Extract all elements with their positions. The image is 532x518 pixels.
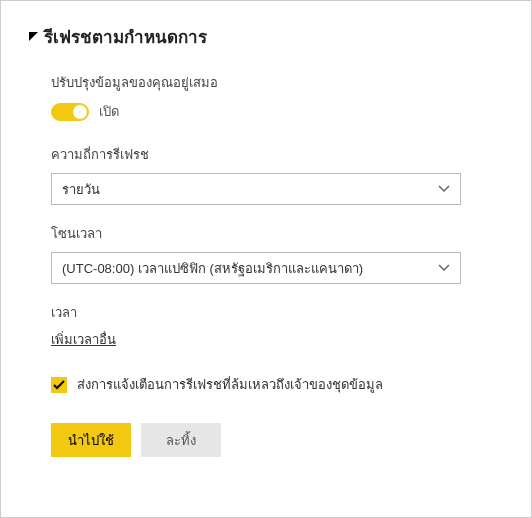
chevron-down-icon bbox=[438, 262, 450, 274]
keep-updated-label: ปรับปรุงข้อมูลของคุณอยู่เสมอ bbox=[51, 72, 503, 93]
button-row: นำไปใช้ ละทิ้ง bbox=[51, 423, 503, 457]
check-icon bbox=[53, 380, 65, 390]
notify-checkbox[interactable] bbox=[51, 377, 67, 393]
time-label: เวลา bbox=[51, 302, 503, 323]
keep-updated-row: เปิด bbox=[51, 101, 503, 122]
toggle-status: เปิด bbox=[99, 101, 119, 122]
apply-button[interactable]: นำไปใช้ bbox=[51, 423, 131, 457]
keep-updated-toggle[interactable] bbox=[51, 103, 89, 121]
chevron-down-icon bbox=[438, 183, 450, 195]
timezone-select[interactable]: (UTC-08:00) เวลาแปซิฟิก (สหรัฐอเมริกาและ… bbox=[51, 252, 461, 284]
frequency-select[interactable]: รายวัน bbox=[51, 173, 461, 205]
frequency-label: ความถี่การรีเฟรช bbox=[51, 144, 503, 165]
add-time-link[interactable]: เพิ่มเวลาอื่น bbox=[51, 329, 116, 350]
collapse-caret-icon bbox=[29, 32, 38, 41]
discard-button[interactable]: ละทิ้ง bbox=[141, 423, 221, 457]
timezone-value: (UTC-08:00) เวลาแปซิฟิก (สหรัฐอเมริกาและ… bbox=[62, 258, 363, 279]
notify-row: ส่งการแจ้งเตือนการรีเฟรชที่ล้มเหลวถึงเจ้… bbox=[51, 374, 503, 395]
notify-label: ส่งการแจ้งเตือนการรีเฟรชที่ล้มเหลวถึงเจ้… bbox=[77, 374, 383, 395]
timezone-label: โซนเวลา bbox=[51, 223, 503, 244]
section-header[interactable]: รีเฟรชตามกำหนดการ bbox=[29, 23, 503, 50]
section-content: ปรับปรุงข้อมูลของคุณอยู่เสมอ เปิด ความถี… bbox=[29, 72, 503, 457]
section-title: รีเฟรชตามกำหนดการ bbox=[44, 23, 207, 50]
toggle-knob-icon bbox=[73, 105, 87, 119]
frequency-value: รายวัน bbox=[62, 179, 100, 200]
